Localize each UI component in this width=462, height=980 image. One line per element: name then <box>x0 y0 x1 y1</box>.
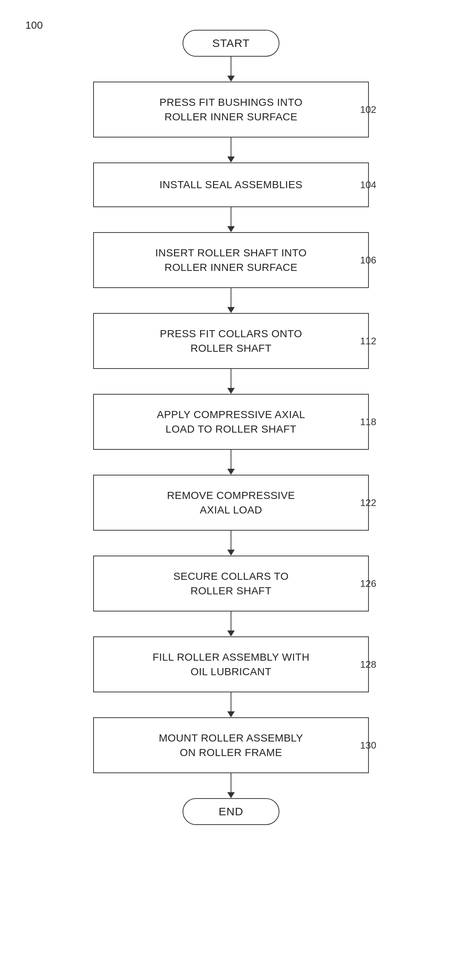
end-node: END <box>183 798 279 825</box>
end-node-wrapper: END <box>64 798 398 825</box>
arrow-line <box>231 369 232 388</box>
arrow-line <box>231 773 232 792</box>
arrow-9 <box>224 773 238 798</box>
arrow-3 <box>224 288 238 313</box>
step106-wrapper: INSERT ROLLER SHAFT INTOROLLER INNER SUR… <box>64 232 398 288</box>
step118-wrapper: APPLY COMPRESSIVE AXIALLOAD TO ROLLER SH… <box>64 394 398 450</box>
arrow-line <box>231 450 232 469</box>
step126-node: SECURE COLLARS TOROLLER SHAFT <box>93 555 369 611</box>
step128-node: FILL ROLLER ASSEMBLY WITHOIL LUBRICANT <box>93 636 369 692</box>
step112-text: PRESS FIT COLLARS ONTOROLLER SHAFT <box>160 326 302 355</box>
arrow-head <box>227 388 235 394</box>
arrow-5 <box>224 450 238 475</box>
step118-node: APPLY COMPRESSIVE AXIALLOAD TO ROLLER SH… <box>93 394 369 450</box>
step122-label: 122 <box>360 497 376 509</box>
start-node: START <box>183 30 279 57</box>
start-node-wrapper: START <box>64 30 398 57</box>
step112-label: 112 <box>360 336 376 347</box>
step102-text: PRESS FIT BUSHINGS INTOROLLER INNER SURF… <box>159 95 303 124</box>
step104-text: INSTALL SEAL ASSEMBLIES <box>159 177 303 192</box>
step102-label: 102 <box>360 104 376 116</box>
arrow-line <box>231 611 232 631</box>
step128-wrapper: FILL ROLLER ASSEMBLY WITHOIL LUBRICANT 1… <box>64 636 398 692</box>
step102-wrapper: PRESS FIT BUSHINGS INTOROLLER INNER SURF… <box>64 82 398 137</box>
arrow-head <box>227 307 235 313</box>
arrow-head <box>227 226 235 232</box>
step122-node: REMOVE COMPRESSIVEAXIAL LOAD <box>93 475 369 531</box>
arrow-line <box>231 137 232 157</box>
arrow-line <box>231 692 232 712</box>
step130-node: MOUNT ROLLER ASSEMBLYON ROLLER FRAME <box>93 717 369 773</box>
arrow-head <box>227 630 235 636</box>
arrow-line <box>231 531 232 550</box>
flowchart: START PRESS FIT BUSHINGS INTOROLLER INNE… <box>64 30 398 825</box>
step122-wrapper: REMOVE COMPRESSIVEAXIAL LOAD 122 <box>64 475 398 531</box>
step130-label: 130 <box>360 740 376 751</box>
step106-label: 106 <box>360 255 376 266</box>
step104-node: INSTALL SEAL ASSEMBLIES <box>93 162 369 207</box>
arrow-head <box>227 792 235 798</box>
step128-label: 128 <box>360 659 376 670</box>
step102-node: PRESS FIT BUSHINGS INTOROLLER INNER SURF… <box>93 82 369 137</box>
step130-text: MOUNT ROLLER ASSEMBLYON ROLLER FRAME <box>159 731 303 760</box>
step118-text: APPLY COMPRESSIVE AXIALLOAD TO ROLLER SH… <box>157 407 305 436</box>
arrow-2 <box>224 207 238 232</box>
arrow-head <box>227 711 235 717</box>
arrow-head <box>227 469 235 475</box>
step118-label: 118 <box>360 416 376 428</box>
step130-wrapper: MOUNT ROLLER ASSEMBLYON ROLLER FRAME 130 <box>64 717 398 773</box>
step128-text: FILL ROLLER ASSEMBLY WITHOIL LUBRICANT <box>152 650 309 679</box>
step104-wrapper: INSTALL SEAL ASSEMBLIES 104 <box>64 162 398 207</box>
arrow-4 <box>224 369 238 394</box>
step126-wrapper: SECURE COLLARS TOROLLER SHAFT 126 <box>64 555 398 611</box>
arrow-line <box>231 57 232 76</box>
diagram-label: 100 <box>25 19 43 31</box>
arrow-line <box>231 207 232 227</box>
step112-node: PRESS FIT COLLARS ONTOROLLER SHAFT <box>93 313 369 369</box>
arrow-0 <box>224 57 238 82</box>
arrow-8 <box>224 692 238 717</box>
arrow-1 <box>224 137 238 162</box>
step126-text: SECURE COLLARS TOROLLER SHAFT <box>173 569 288 598</box>
arrow-6 <box>224 531 238 555</box>
arrow-7 <box>224 611 238 636</box>
step112-wrapper: PRESS FIT COLLARS ONTOROLLER SHAFT 112 <box>64 313 398 369</box>
step122-text: REMOVE COMPRESSIVEAXIAL LOAD <box>167 488 295 517</box>
step106-text: INSERT ROLLER SHAFT INTOROLLER INNER SUR… <box>156 245 307 275</box>
step104-label: 104 <box>360 179 376 191</box>
arrow-head <box>227 550 235 555</box>
arrow-head <box>227 76 235 82</box>
step106-node: INSERT ROLLER SHAFT INTOROLLER INNER SUR… <box>93 232 369 288</box>
step126-label: 126 <box>360 578 376 590</box>
page: 100 START PRESS FIT BUSHINGS INTOROLLER … <box>0 0 462 980</box>
arrow-head <box>227 156 235 162</box>
arrow-line <box>231 288 232 307</box>
